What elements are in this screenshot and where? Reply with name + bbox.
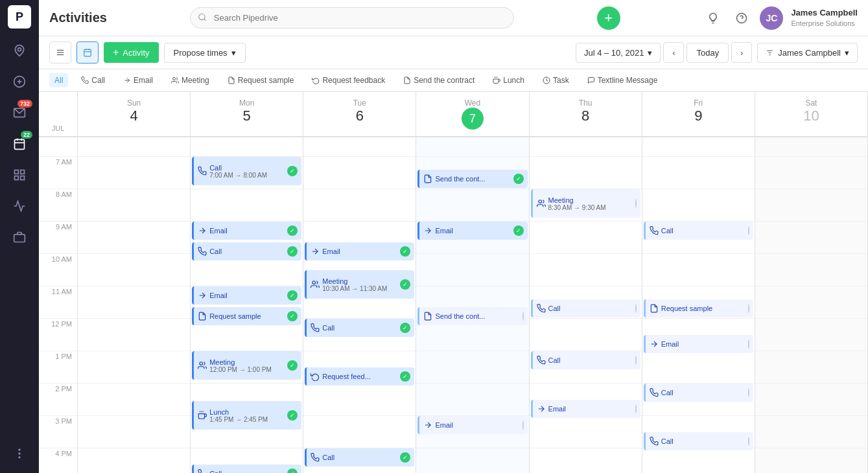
- filter-tab-email[interactable]: Email: [118, 73, 158, 87]
- filter-tab-meeting[interactable]: Meeting: [166, 73, 215, 87]
- svg-rect-24: [84, 49, 91, 56]
- time-slot-3pm: 3 PM: [39, 416, 77, 448]
- filter-tab-call[interactable]: Call: [76, 73, 110, 87]
- sidebar-item-location[interactable]: [5, 36, 34, 65]
- event-tue6-call-2[interactable]: Call ✓: [305, 448, 414, 467]
- day-columns: Call 7:00 AM → 8:00 AM ✓ Email ✓: [78, 137, 868, 473]
- event-mon5-request-sample[interactable]: Request sample ✓: [192, 307, 301, 325]
- event-tue6-call[interactable]: Call ✓: [305, 319, 414, 337]
- bulb-icon-button[interactable]: [703, 8, 723, 29]
- event-thu8-call-1[interactable]: Call: [531, 299, 640, 317]
- calendar-view-button[interactable]: [76, 41, 99, 63]
- event-mon5-call-1[interactable]: Call 7:00 AM → 8:00 AM ✓: [192, 157, 301, 185]
- event-thu8-meeting[interactable]: Meeting 8:30 AM → 9:30 AM: [531, 189, 640, 218]
- calendar-body: 7 AM 8 AM 9 AM 10 AM 11 AM 12 PM 1 PM 2 …: [39, 137, 868, 473]
- sidebar-item-table[interactable]: [5, 161, 34, 189]
- svg-point-47: [538, 200, 541, 203]
- event-fri9-call-1[interactable]: Call: [644, 222, 753, 240]
- event-fri9-call-2[interactable]: Call: [644, 384, 753, 402]
- event-fri9-request-sample[interactable]: Request sample: [644, 299, 753, 317]
- day-header-sun4: Sun 4: [78, 92, 191, 136]
- month-label: JUL: [52, 124, 65, 132]
- event-thu8-email[interactable]: Email: [531, 400, 640, 418]
- event-tue6-email[interactable]: Email ✓: [305, 242, 414, 260]
- page-title: Activities: [49, 10, 107, 25]
- filter-tab-lunch[interactable]: Lunch: [487, 73, 530, 87]
- svg-rect-11: [15, 176, 19, 180]
- add-activity-toolbar-button[interactable]: + Activity: [104, 42, 159, 63]
- propose-times-button[interactable]: Propose times ▾: [164, 43, 246, 63]
- event-wed7-send-contract-1[interactable]: Send the cont... ✓: [417, 170, 527, 188]
- event-mon5-email-1[interactable]: Email ✓: [192, 222, 301, 240]
- event-wed7-send-contract-2[interactable]: Send the cont...: [417, 307, 527, 325]
- chevron-down-icon: ▾: [231, 48, 236, 58]
- search-icon: [198, 12, 207, 23]
- app-logo: P: [8, 5, 31, 29]
- sidebar-item-analytics[interactable]: [5, 192, 34, 220]
- avatar: JC: [760, 6, 783, 30]
- list-view-button[interactable]: [49, 41, 71, 63]
- date-navigation: Jul 4 – 10, 2021 ▾ ‹ Today ›: [576, 42, 752, 63]
- svg-point-32: [173, 78, 176, 80]
- day-col-sat10: [755, 137, 868, 473]
- next-week-button[interactable]: ›: [731, 42, 752, 63]
- event-thu8-call-2[interactable]: Call: [531, 351, 640, 369]
- filter-tab-task[interactable]: Task: [537, 73, 574, 87]
- event-wed7-email[interactable]: Email ✓: [417, 222, 527, 240]
- main-content: Activities + JC James Campbell: [39, 0, 868, 473]
- event-mon5-call-2[interactable]: Call ✓: [192, 242, 301, 260]
- user-filter-chevron: ▾: [845, 48, 849, 58]
- filter-tab-request-sample[interactable]: Request sample: [222, 73, 299, 87]
- day-header-sat10: Sat 10: [755, 92, 868, 136]
- calendar-badge: 22: [21, 131, 32, 139]
- svg-point-44: [312, 281, 316, 284]
- time-slot-10am: 10 AM: [39, 254, 77, 286]
- sidebar-item-briefcase[interactable]: [5, 223, 34, 251]
- topbar: Activities + JC James Campbell: [39, 0, 868, 36]
- day-col-tue6: Email ✓ Meeting 10:30 AM → 11:30 AM ✓: [303, 137, 416, 473]
- day-col-thu8: Meeting 8:30 AM → 9:30 AM Call: [530, 137, 642, 473]
- toolbar: + Activity Propose times ▾ Jul 4 – 10, 2…: [39, 36, 868, 69]
- sidebar-item-calendar[interactable]: 22: [5, 130, 34, 158]
- filter-tab-textline[interactable]: Textline Message: [582, 73, 663, 87]
- svg-rect-9: [15, 170, 19, 174]
- sidebar-item-more[interactable]: [5, 439, 34, 468]
- day-col-wed7: Send the cont... ✓ Email ✓ Send the cont…: [416, 137, 529, 473]
- filter-tab-all[interactable]: All: [49, 73, 68, 87]
- filter-tab-send-contract[interactable]: Send the contract: [398, 73, 480, 87]
- event-fri9-call-3[interactable]: Call: [644, 432, 753, 450]
- time-slot-2pm: 2 PM: [39, 384, 77, 416]
- prev-week-button[interactable]: ‹: [663, 42, 684, 63]
- calendar-header: JUL Sun 4 Mon 5 Tue 6 Wed 7: [39, 92, 868, 137]
- time-slot-12pm: 12 PM: [39, 319, 77, 351]
- sidebar: P 732 22: [0, 0, 39, 473]
- user-name: James Campbell: [791, 8, 858, 19]
- today-button[interactable]: Today: [686, 43, 729, 63]
- day-header-wed7: Wed 7: [416, 92, 529, 136]
- help-icon-button[interactable]: [731, 8, 752, 29]
- time-column: 7 AM 8 AM 9 AM 10 AM 11 AM 12 PM 1 PM 2 …: [39, 137, 78, 473]
- event-wed7-email-2[interactable]: Email: [417, 416, 527, 434]
- day-col-mon5: Call 7:00 AM → 8:00 AM ✓ Email ✓: [191, 137, 303, 473]
- date-range-button[interactable]: Jul 4 – 10, 2021 ▾: [576, 43, 661, 63]
- sidebar-item-mail[interactable]: 732: [5, 98, 34, 127]
- search-input[interactable]: [190, 7, 514, 29]
- event-tue6-request-feed[interactable]: Request feed... ✓: [305, 367, 414, 386]
- event-mon5-email-2[interactable]: Email ✓: [192, 286, 301, 305]
- filter-tabs: All Call Email Meeting Request sample Re…: [39, 69, 868, 92]
- sidebar-item-sales[interactable]: [5, 67, 34, 96]
- event-mon5-call-3[interactable]: Call ✓: [192, 465, 301, 473]
- plus-icon: +: [113, 47, 119, 58]
- time-slot-9am: 9 AM: [39, 222, 77, 254]
- user-filter-button[interactable]: James Campbell ▾: [757, 43, 858, 63]
- filter-tab-request-feedback[interactable]: Request feedback: [307, 73, 390, 87]
- event-mon5-meeting[interactable]: Meeting 12:00 PM → 1:00 PM ✓: [192, 351, 301, 380]
- add-activity-button[interactable]: +: [597, 6, 620, 30]
- svg-rect-13: [14, 235, 25, 242]
- time-slot-11am: 11 AM: [39, 286, 77, 319]
- calendar-container: JUL Sun 4 Mon 5 Tue 6 Wed 7: [39, 92, 868, 473]
- event-tue6-meeting[interactable]: Meeting 10:30 AM → 11:30 AM ✓: [305, 270, 414, 299]
- day-header-fri9: Fri 9: [642, 92, 755, 136]
- event-mon5-lunch[interactable]: Lunch 1:45 PM → 2:45 PM ✓: [192, 401, 301, 430]
- event-fri9-email[interactable]: Email: [644, 335, 753, 353]
